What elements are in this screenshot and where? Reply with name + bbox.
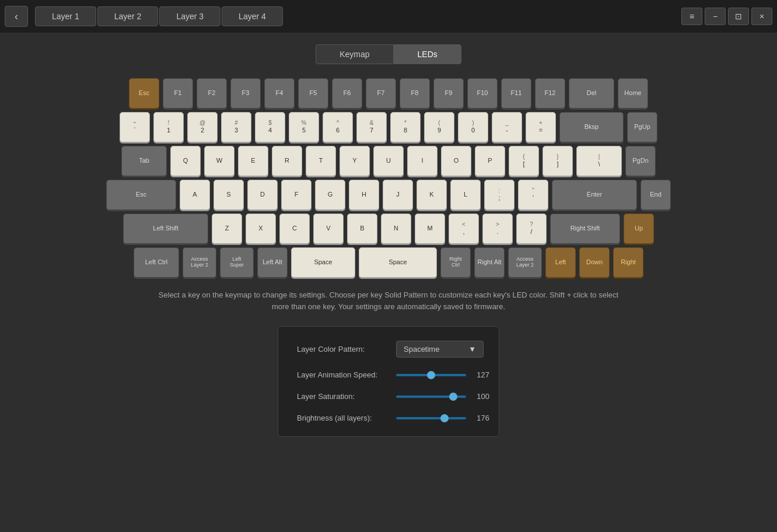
key-f6[interactable]: F6 (332, 78, 362, 108)
key-rbracket[interactable]: }] (542, 146, 573, 176)
key-t[interactable]: T (306, 146, 336, 176)
tab-layer4[interactable]: Layer 4 (222, 6, 283, 26)
key-f10[interactable]: F10 (467, 78, 498, 108)
tab-layer2[interactable]: Layer 2 (97, 6, 159, 26)
key-f3[interactable]: F3 (230, 78, 261, 108)
back-button[interactable]: ‹ (5, 6, 28, 27)
key-9[interactable]: (9 (424, 112, 454, 142)
key-l[interactable]: L (450, 180, 481, 210)
key-f2[interactable]: F2 (197, 78, 227, 108)
tab-layer3[interactable]: Layer 3 (159, 6, 220, 26)
brightness-slider[interactable] (396, 417, 466, 419)
key-space-left[interactable]: Space (291, 247, 355, 278)
key-f1[interactable]: F1 (163, 78, 193, 108)
keymap-toggle[interactable]: Keymap (316, 44, 393, 64)
key-u[interactable]: U (373, 146, 404, 176)
key-enter[interactable]: Enter (552, 180, 637, 210)
key-0[interactable]: )0 (458, 112, 488, 142)
key-esc[interactable]: Esc (129, 78, 159, 108)
key-d[interactable]: D (247, 180, 278, 210)
key-slash[interactable]: ?/ (516, 214, 547, 244)
key-left-super[interactable]: LeftSuper (220, 247, 254, 278)
key-n[interactable]: N (381, 214, 411, 244)
key-down[interactable]: Down (579, 247, 610, 278)
key-6[interactable]: ^6 (323, 112, 353, 142)
key-e[interactable]: E (238, 146, 268, 176)
key-b[interactable]: B (347, 214, 377, 244)
key-left[interactable]: Left (545, 247, 576, 278)
key-f8[interactable]: F8 (400, 78, 430, 108)
key-3[interactable]: #3 (221, 112, 251, 142)
key-semicolon[interactable]: :; (484, 180, 514, 210)
maximize-button[interactable]: ⊡ (728, 8, 749, 25)
key-1[interactable]: !1 (153, 112, 184, 142)
key-lbracket[interactable]: {[ (509, 146, 539, 176)
close-button[interactable]: × (751, 8, 772, 25)
key-f7[interactable]: F7 (366, 78, 396, 108)
key-up[interactable]: Up (624, 214, 654, 244)
key-k[interactable]: K (416, 180, 447, 210)
key-right[interactable]: Right (613, 247, 643, 278)
key-v[interactable]: V (313, 214, 344, 244)
animation-speed-slider[interactable] (396, 374, 466, 376)
key-pgup[interactable]: PgUp (627, 112, 657, 142)
key-f[interactable]: F (281, 180, 312, 210)
key-w[interactable]: W (204, 146, 235, 176)
saturation-slider[interactable] (396, 396, 466, 398)
key-minus[interactable]: _- (492, 112, 522, 142)
key-backslash[interactable]: |\ (576, 146, 622, 176)
key-right-alt[interactable]: Right Alt (474, 247, 505, 278)
key-8[interactable]: *8 (390, 112, 421, 142)
key-equals[interactable]: += (526, 112, 556, 142)
key-y[interactable]: Y (340, 146, 370, 176)
key-backtick[interactable]: ~` (120, 112, 150, 142)
key-2[interactable]: @2 (187, 112, 218, 142)
color-pattern-dropdown[interactable]: Spacetime ▼ (396, 341, 484, 358)
key-o[interactable]: O (441, 146, 471, 176)
key-a[interactable]: A (180, 180, 210, 210)
key-caps-esc[interactable]: Esc (106, 180, 176, 210)
key-f12[interactable]: F12 (535, 78, 565, 108)
key-end[interactable]: End (640, 180, 671, 210)
key-g[interactable]: G (315, 180, 345, 210)
key-x[interactable]: X (246, 214, 276, 244)
key-m[interactable]: M (415, 214, 445, 244)
key-s[interactable]: S (214, 180, 244, 210)
key-4[interactable]: $4 (255, 112, 285, 142)
key-q[interactable]: Q (170, 146, 201, 176)
key-h[interactable]: H (349, 180, 379, 210)
key-c[interactable]: C (279, 214, 310, 244)
key-home[interactable]: Home (618, 78, 648, 108)
leds-toggle[interactable]: LEDs (394, 44, 461, 64)
key-access-layer2-right[interactable]: AccessLayer 2 (508, 247, 542, 278)
key-left-ctrl[interactable]: Left Ctrl (134, 247, 179, 278)
key-right-shift[interactable]: Right Shift (550, 214, 620, 244)
key-tab[interactable]: Tab (121, 146, 167, 176)
key-right-ctrl[interactable]: RightCtrl (440, 247, 471, 278)
key-5[interactable]: %5 (289, 112, 319, 142)
key-comma[interactable]: <, (449, 214, 479, 244)
key-z[interactable]: Z (212, 214, 242, 244)
key-pgdn[interactable]: PgDn (625, 146, 656, 176)
setting-brightness: Brightness (all layers): 176 (297, 414, 480, 422)
key-backspace[interactable]: Bksp (559, 112, 624, 142)
key-period[interactable]: >. (482, 214, 513, 244)
key-f9[interactable]: F9 (433, 78, 464, 108)
key-f5[interactable]: F5 (298, 78, 328, 108)
minimize-button[interactable]: − (705, 8, 726, 25)
key-j[interactable]: J (383, 180, 413, 210)
key-quote[interactable]: "' (518, 180, 548, 210)
key-7[interactable]: &7 (356, 112, 387, 142)
key-del[interactable]: Del (569, 78, 614, 108)
menu-button[interactable]: ≡ (681, 8, 702, 25)
tab-layer1[interactable]: Layer 1 (35, 6, 96, 26)
key-f4[interactable]: F4 (264, 78, 295, 108)
key-f11[interactable]: F11 (501, 78, 531, 108)
key-i[interactable]: I (407, 146, 438, 176)
key-p[interactable]: P (475, 146, 505, 176)
key-space-right[interactable]: Space (359, 247, 437, 278)
key-access-layer2-left[interactable]: AccessLayer 2 (183, 247, 216, 278)
key-left-shift[interactable]: Left Shift (123, 214, 208, 244)
key-r[interactable]: R (272, 146, 302, 176)
key-left-alt[interactable]: Left Alt (257, 247, 288, 278)
